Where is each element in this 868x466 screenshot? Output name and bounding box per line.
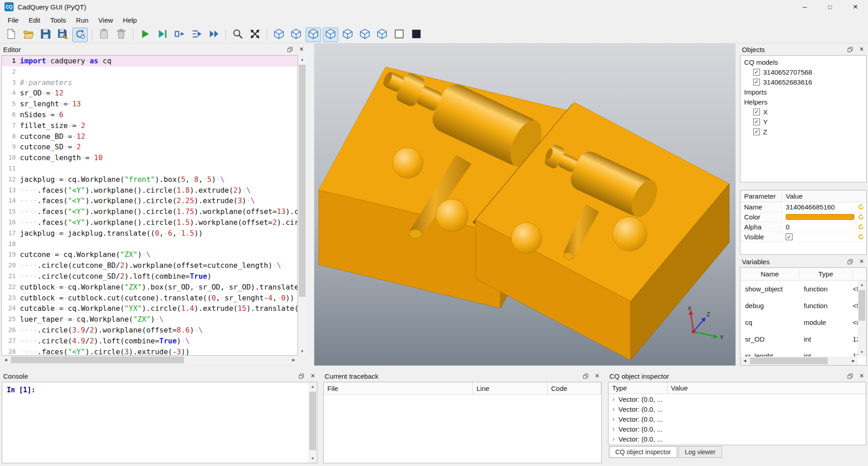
close-panel-button[interactable]: × <box>859 258 865 265</box>
editor-line[interactable]: 1import·cadquery·as·cq <box>2 56 297 67</box>
editor-line[interactable]: 12jackplug·=·cq.Workplane("front").box(5… <box>2 174 297 185</box>
view-front-button[interactable] <box>288 28 304 42</box>
scroll-down-arrow[interactable]: ▼ <box>858 348 866 357</box>
scroll-left-arrow[interactable]: ◀ <box>1 356 10 364</box>
tab-log-viewer[interactable]: Log viewer <box>679 446 722 458</box>
chevron-right-icon[interactable]: › <box>609 435 618 442</box>
editor-line[interactable]: 27····.circle(4.9/2).loft(combine=True)·… <box>2 336 297 347</box>
chevron-right-icon[interactable]: › <box>609 395 618 403</box>
float-panel-button[interactable] <box>287 46 293 52</box>
scroll-right-arrow[interactable]: ▶ <box>289 356 298 364</box>
editor-line[interactable]: 6nSides·=·6 <box>2 109 297 120</box>
reset-parameter-button[interactable] <box>855 204 866 210</box>
scrollbar-thumb[interactable] <box>309 392 316 450</box>
editor-line[interactable]: 20····.circle(cutcone_BD/2).workplane(of… <box>2 260 297 271</box>
view-right-button[interactable] <box>374 28 390 42</box>
inspector-row[interactable]: ›Vector: (0.0, ... <box>609 424 866 434</box>
tree-item-helpers[interactable]: Helpers <box>741 97 866 107</box>
menu-tools[interactable]: Tools <box>45 14 71 26</box>
scroll-down-arrow[interactable]: ▼ <box>298 347 307 356</box>
tree-item-3140652707568[interactable]: ✓3140652707568 <box>741 67 866 77</box>
editor-line[interactable]: 14····.faces("<Y").workplane().circle(2.… <box>2 195 297 206</box>
editor-line[interactable]: 28····.faces("<Y").circle(3).extrude(-3)… <box>2 347 297 356</box>
zoom-button[interactable] <box>230 28 245 42</box>
editor-line[interactable]: 5sr_lenght·=·13 <box>2 99 297 109</box>
variable-row[interactable]: cqmodule<m <box>741 314 858 331</box>
scroll-up-arrow[interactable]: ▲ <box>298 55 307 64</box>
inspector-row[interactable]: ›Vector: (0.0, ... <box>609 394 866 404</box>
close-panel-button[interactable]: × <box>298 46 305 52</box>
editor-line[interactable]: 3#·parameters <box>2 77 297 88</box>
step-over-button[interactable] <box>189 28 204 42</box>
checkbox[interactable]: ✓ <box>753 109 760 115</box>
new-file-button[interactable] <box>4 28 19 42</box>
reset-parameter-button[interactable] <box>855 224 866 230</box>
view-top-button[interactable] <box>323 28 338 42</box>
shaded-button[interactable] <box>409 28 424 42</box>
color-swatch[interactable] <box>786 214 854 220</box>
scrollbar-thumb[interactable] <box>750 357 828 364</box>
clipboard-button[interactable] <box>96 28 112 42</box>
menu-run[interactable]: Run <box>71 14 94 26</box>
view-iso-button[interactable] <box>271 28 287 42</box>
editor-line[interactable]: 18 <box>2 239 297 250</box>
maximize-button[interactable]: □ <box>817 0 843 14</box>
float-panel-button[interactable] <box>298 373 304 379</box>
menu-help[interactable]: Help <box>118 14 142 26</box>
console-vertical-scrollbar[interactable]: ▲ ▼ <box>308 382 317 463</box>
menu-edit[interactable]: Edit <box>24 14 45 26</box>
render-button[interactable] <box>137 28 153 42</box>
view-bottom-button[interactable] <box>340 28 355 42</box>
checkbox[interactable]: ✓ <box>753 128 760 135</box>
delete-button[interactable] <box>113 28 129 42</box>
variable-row[interactable]: sr_ODint12 <box>741 331 858 347</box>
wireframe-button[interactable] <box>392 28 407 42</box>
tab-cq-object-inspector[interactable]: CQ object inspector <box>609 446 677 458</box>
close-panel-button[interactable]: × <box>859 373 865 379</box>
scroll-up-arrow[interactable]: ▲ <box>858 281 866 289</box>
parameter-value[interactable]: 3140646685160 <box>782 203 855 211</box>
scroll-right-arrow[interactable]: ▶ <box>849 357 858 365</box>
parameter-value[interactable]: ✓ <box>782 233 855 240</box>
tree-item-y[interactable]: ✓Y <box>741 117 866 127</box>
menu-file[interactable]: File <box>3 14 24 26</box>
editor-line[interactable]: 10cutcone_length·=·10 <box>2 152 297 163</box>
tree-item-x[interactable]: ✓X <box>741 107 866 117</box>
variables-vertical-scrollbar[interactable]: ▲ ▼ <box>858 281 866 357</box>
editor-line[interactable]: 15····.faces("<Y").workplane().circle(1.… <box>2 206 297 217</box>
chevron-right-icon[interactable]: › <box>609 425 618 433</box>
tree-item-z[interactable]: ✓Z <box>741 127 866 137</box>
scroll-down-arrow[interactable]: ▼ <box>308 454 317 463</box>
checkbox[interactable]: ✓ <box>753 69 760 76</box>
tree-item-3140652683616[interactable]: ✓3140652683616 <box>741 77 866 87</box>
editor-line[interactable]: 17jackplug·=·jackplug.translate((0,·6,·1… <box>2 228 297 239</box>
inspector-row[interactable]: ›Vector: (0.0, ... <box>609 434 866 444</box>
checkbox[interactable]: ✓ <box>753 119 760 125</box>
inspector-row[interactable]: ›Vector: (0.0, ... <box>609 404 866 414</box>
parameter-value[interactable] <box>782 214 855 220</box>
chevron-right-icon[interactable]: › <box>609 415 618 423</box>
close-panel-button[interactable]: × <box>310 373 316 379</box>
editor-line[interactable]: 13····.faces("<Y").workplane().circle(1.… <box>2 185 297 196</box>
view-back-button[interactable] <box>306 28 321 42</box>
editor-line[interactable]: 7fillet_size·=·2 <box>2 120 297 131</box>
tree-item-imports[interactable]: Imports <box>741 87 866 97</box>
variables-horizontal-scrollbar[interactable]: ◀ ▶ <box>741 357 858 365</box>
editor-line[interactable]: 2 <box>2 67 297 77</box>
tree-item-cq-models[interactable]: CQ models <box>741 57 866 67</box>
scrollbar-thumb[interactable] <box>11 357 184 363</box>
view-left-button[interactable] <box>357 28 373 42</box>
minimize-button[interactable]: ─ <box>792 0 817 14</box>
checkbox[interactable]: ✓ <box>786 233 793 240</box>
close-panel-button[interactable]: × <box>594 373 600 379</box>
close-panel-button[interactable]: × <box>859 46 865 52</box>
continue-button[interactable] <box>206 28 222 42</box>
save-button[interactable] <box>38 28 53 42</box>
console-output[interactable]: In [1]: <box>2 382 317 463</box>
editor-line[interactable]: 8cutcone_BD·=·12 <box>2 131 297 142</box>
variable-row[interactable]: show_objectfunction<f <box>741 281 858 297</box>
scrollbar-thumb[interactable] <box>859 290 865 321</box>
editor-line[interactable]: 11 <box>2 163 297 174</box>
float-panel-button[interactable] <box>582 373 589 379</box>
checkbox[interactable]: ✓ <box>753 79 760 86</box>
